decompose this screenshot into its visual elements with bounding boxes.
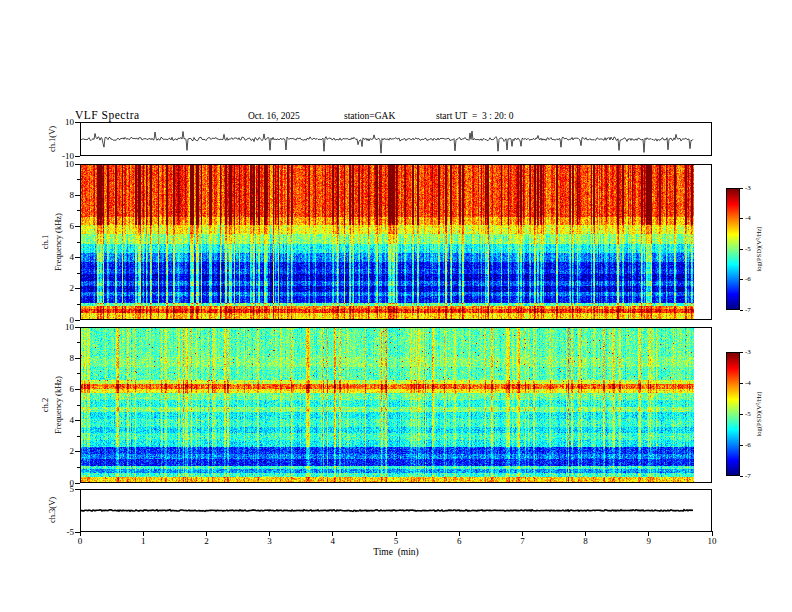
colorbar-tick-mark bbox=[740, 218, 743, 219]
x-tick-label: 9 bbox=[647, 536, 652, 546]
colorbar-tick-label: -3 bbox=[745, 184, 751, 193]
y-minor-tick-mark bbox=[77, 242, 80, 243]
y-tick-label: 2 bbox=[70, 446, 75, 456]
x-tick-mark bbox=[396, 531, 397, 536]
x-tick-label: 1 bbox=[141, 536, 146, 546]
x-tick-label: 6 bbox=[457, 536, 462, 546]
ch1-waveform-plot bbox=[81, 123, 694, 155]
panel-ch2-spectrogram bbox=[80, 327, 712, 483]
panel-ch3-waveform bbox=[80, 489, 712, 532]
y-minor-tick-mark bbox=[77, 342, 80, 343]
y-minor-tick-mark bbox=[77, 467, 80, 468]
x-tick-label: 0 bbox=[78, 536, 83, 546]
colorbar-tick-label: -3 bbox=[745, 348, 751, 357]
y-minor-tick-mark bbox=[77, 179, 80, 180]
x-axis-label: Time (min) bbox=[373, 547, 419, 557]
colorbar-tick-mark bbox=[740, 188, 743, 189]
x-tick-label: 10 bbox=[708, 536, 717, 546]
y-tick-mark bbox=[75, 320, 80, 321]
y-tick-label: 10 bbox=[65, 117, 74, 127]
colorbar-ch2-gradient bbox=[727, 353, 739, 475]
y-tick-mark bbox=[75, 420, 80, 421]
y-tick-mark bbox=[75, 327, 80, 328]
x-tick-mark bbox=[585, 531, 586, 536]
y-tick-mark bbox=[75, 195, 80, 196]
x-tick-label: 7 bbox=[520, 536, 525, 546]
colorbar-tick-mark bbox=[740, 414, 743, 415]
y-tick-label: 8 bbox=[70, 190, 75, 200]
y-tick-mark bbox=[75, 226, 80, 227]
y-tick-mark bbox=[75, 288, 80, 289]
ch1-spectrogram-plot bbox=[81, 165, 694, 319]
x-tick-label: 5 bbox=[394, 536, 399, 546]
ch2-frequency-axis-label: Frequency (kHz) bbox=[53, 376, 63, 434]
colorbar-tick-label: -4 bbox=[745, 214, 751, 223]
colorbar-tick-label: -5 bbox=[745, 245, 751, 254]
colorbar-ch1-label: log(PSD)(V²/Hz) bbox=[755, 227, 762, 272]
x-tick-mark bbox=[712, 531, 713, 536]
ch2-channel-axis-label: ch.2 bbox=[40, 398, 50, 412]
colorbar-tick-label: -4 bbox=[745, 379, 751, 388]
y-tick-mark bbox=[75, 483, 80, 484]
x-tick-mark bbox=[206, 531, 207, 536]
colorbar-tick-label: -7 bbox=[745, 472, 751, 481]
vlf-spectra-figure: VLF Spectra Oct. 16, 2025 station=GAK st… bbox=[0, 0, 792, 612]
colorbar-tick-mark bbox=[740, 352, 743, 353]
x-tick-mark bbox=[522, 531, 523, 536]
y-tick-mark bbox=[75, 156, 80, 157]
colorbar-tick-mark bbox=[740, 476, 743, 477]
colorbar-tick-label: -5 bbox=[745, 410, 751, 419]
y-minor-tick-mark bbox=[77, 273, 80, 274]
x-tick-label: 4 bbox=[331, 536, 336, 546]
y-tick-label: 10 bbox=[65, 322, 74, 332]
colorbar-tick-mark bbox=[740, 310, 743, 311]
ch2-spectrogram-plot bbox=[81, 328, 694, 482]
ch1-channel-axis-label: ch.1 bbox=[40, 235, 50, 249]
x-tick-mark bbox=[269, 531, 270, 536]
x-tick-mark bbox=[648, 531, 649, 536]
y-tick-label: 5 bbox=[70, 484, 75, 494]
y-tick-label: 6 bbox=[70, 221, 75, 231]
date-label: Oct. 16, 2025 bbox=[248, 111, 300, 121]
y-tick-mark bbox=[75, 389, 80, 390]
y-tick-mark bbox=[75, 358, 80, 359]
x-tick-mark bbox=[143, 531, 144, 536]
ch3-waveform-plot bbox=[81, 490, 694, 531]
colorbar-tick-label: -6 bbox=[745, 275, 751, 284]
y-tick-label: 2 bbox=[70, 283, 75, 293]
colorbar-ch1 bbox=[726, 188, 740, 310]
colorbar-ch2 bbox=[726, 352, 740, 476]
start-ut-label: start UT = 3 : 20: 0 bbox=[436, 111, 513, 121]
panel-ch1-spectrogram bbox=[80, 164, 712, 320]
y-minor-tick-mark bbox=[77, 405, 80, 406]
colorbar-tick-mark bbox=[740, 383, 743, 384]
ch3-voltage-axis-label: ch.3(V) bbox=[47, 497, 57, 523]
colorbar-tick-mark bbox=[740, 445, 743, 446]
y-tick-mark bbox=[75, 257, 80, 258]
y-tick-label: -5 bbox=[67, 527, 75, 537]
y-tick-label: 6 bbox=[70, 384, 75, 394]
y-minor-tick-mark bbox=[77, 436, 80, 437]
x-tick-mark bbox=[332, 531, 333, 536]
y-tick-mark bbox=[75, 489, 80, 490]
colorbar-tick-mark bbox=[740, 249, 743, 250]
y-tick-label: 8 bbox=[70, 353, 75, 363]
colorbar-tick-label: -7 bbox=[745, 306, 751, 315]
x-tick-label: 2 bbox=[204, 536, 209, 546]
ch1-frequency-axis-label: Frequency (kHz) bbox=[53, 213, 63, 271]
colorbar-tick-mark bbox=[740, 279, 743, 280]
y-tick-label: 4 bbox=[70, 252, 75, 262]
ch1-voltage-axis-label: ch.1(V) bbox=[47, 126, 57, 152]
x-tick-mark bbox=[80, 531, 81, 536]
y-tick-mark bbox=[75, 122, 80, 123]
colorbar-ch1-gradient bbox=[727, 189, 739, 309]
panel-ch1-waveform bbox=[80, 122, 712, 156]
y-minor-tick-mark bbox=[77, 373, 80, 374]
y-tick-mark bbox=[75, 451, 80, 452]
x-tick-label: 3 bbox=[267, 536, 272, 546]
x-tick-label: 8 bbox=[583, 536, 588, 546]
y-tick-label: 10 bbox=[65, 159, 74, 169]
colorbar-ch2-label: log(PSD)(V²/Hz) bbox=[755, 392, 762, 437]
x-tick-mark bbox=[459, 531, 460, 536]
y-minor-tick-mark bbox=[77, 210, 80, 211]
